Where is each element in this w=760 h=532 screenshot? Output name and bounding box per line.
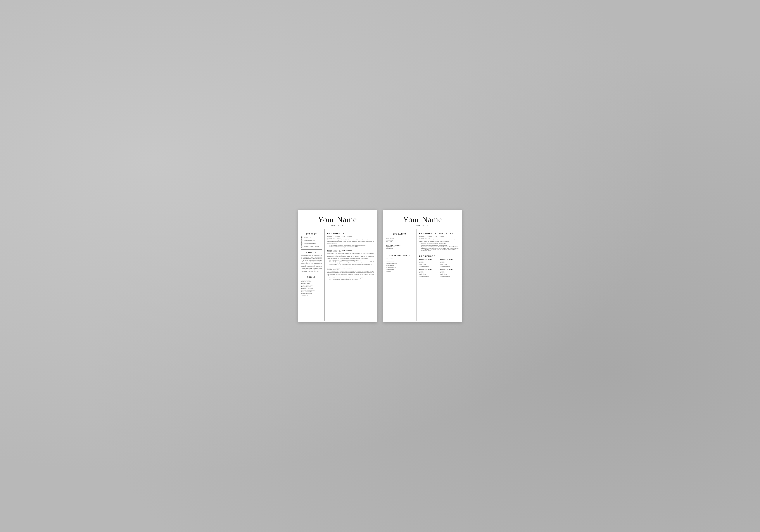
exp-continued-block: ENTER YOUR JOB POSITION HERE Company / 2… [419,236,459,251]
tech-skill-item: Microsoft Word [386,258,414,260]
job-block-2: ENTER YOUR JOB POSITION HERE Company LTD… [327,250,374,265]
job-bullets-1: Project managed all Sebco IT functions w… [327,245,374,247]
job-desc-3: Your CV should consist of simple words a… [327,270,374,277]
job-bullet: Don't forget to save the changes in this… [329,260,374,261]
page2-header: Your Name JOB TITLE [383,210,462,229]
contact-address-item: ⌂ My Street 8 T, London, M12 0NM [301,246,322,248]
contact-phone: +479 98 12 238 [304,237,311,238]
skill-item: Attention to Detail [301,279,322,281]
page2-name: Your Name [388,215,457,224]
divider-1 [301,249,322,250]
page-1: Your Name JOB TITLE CONTACT 📞 +479 98 12… [298,210,377,322]
ref-position-4: Position [440,270,459,272]
job-desc-2: If the company is not as established as … [327,253,374,259]
skill-item: Greeting Visitors Warmly [301,285,322,286]
skill-item: Screening Calls and Visitors [301,290,322,291]
ref-phone-3: 234 981 2238 [419,273,438,275]
tech-skill-item: Agile Software [386,269,414,270]
exp-cont-job-company: Company / 2007 - 2010 [419,238,459,239]
edu-years-2: 1997 — 2001 [386,249,414,251]
edu-course-1: IT (SERP) Course [386,238,414,239]
contact-email: your-email@gmail.com [304,240,315,241]
job-desc-1: This is where you briefly mention the fi… [327,239,374,244]
ref-company-4: Company [440,272,459,273]
ref-email-3: reference@mail.com [419,275,438,277]
skill-item: Proofreading Documents [301,288,322,289]
ref-company-3: Company [419,272,438,273]
ref-phone-2: 234 981 2238 [440,264,459,266]
edu-block-1: MASTER'S DEGREE, IT (SERP) Course Your U… [386,236,414,243]
job-bullet: Too much to written! Why not check your … [329,277,374,278]
skill-item: Controlling Expenses [301,281,322,282]
experience-heading: EXPERIENCE [327,232,374,235]
ref-position-2: Position [440,260,459,262]
linkedin-icon: in [301,242,303,245]
profile-text: This is where you give them a reason to … [301,255,322,272]
edu-block-2: BACHELOR'S DEGREE, I.T (SERP) Course You… [386,245,414,251]
contact-email-item: ✉ your-email@gmail.com [301,239,322,242]
job-bullet: Don't hesitate to delete the paragraphs … [329,279,374,280]
page2-right-col: EXPERIENCE CONTINUED ENTER YOUR JOB POSI… [416,229,462,320]
exp-cont-bullets: I managed the department with a £3,000,0… [419,243,459,251]
page1-body: CONTACT 📞 +479 98 12 238 ✉ your-email@gm… [298,229,377,320]
page2-body: EDUCATION MASTER'S DEGREE, IT (SERP) Cou… [383,229,462,320]
edu-uni-2: Your University [386,248,414,249]
ref-item-4: REFERENCE NAME Position Company 234 981 … [440,269,459,277]
exp-cont-bullet: I managed the department with a £3,000,0… [421,243,459,244]
job-company-2: Company LTD / 2014 — 2018 [327,251,374,252]
job-company-3: Company / 2008 — 2014 [327,269,374,270]
exp-continued-heading: EXPERIENCE CONTINUED [419,232,459,235]
tech-skill-item: Keynote [386,271,414,272]
ref-company-1: Company [419,262,438,264]
contact-address: My Street 8 T, London, M12 0NM [304,246,319,247]
page1-job-title: JOB TITLE [303,225,372,226]
exp-cont-bullet: Always send/or print resume only as PDF … [421,248,459,251]
skill-item: Managing Databases [301,286,322,287]
ref-name-4: REFERENCE NAME [440,269,459,270]
skill-item: Team Oriented [301,295,322,296]
page1-header: Your Name JOB TITLE [298,210,377,229]
job-title-1: ENTER YOUR JOB POSITION HERE [327,236,374,238]
tech-skill-item: Adobe Acrobat [386,265,414,266]
ref-phone-4: 234 981 2238 [440,273,459,275]
skill-item: Enhancing Quality [301,283,322,284]
ref-name-1: REFERENCE NAME [419,259,438,260]
tech-skills-list: Microsoft Word Microsoft Excel Microsoft… [386,258,414,272]
tech-skills-heading: TECHNICAL SKILLS [386,255,414,257]
divider-2 [301,274,322,274]
ref-position-3: Position [419,270,438,272]
ref-email-1: reference@mail.com [419,266,438,267]
tech-skill-item: Adobe Photoshop [386,267,414,268]
contact-heading: CONTACT [301,233,322,235]
job-bullet: Need an expert? You can always send us y… [329,264,374,265]
profile-heading: PROFILE [301,251,322,253]
education-heading: EDUCATION [386,233,414,235]
pages-container: Your Name JOB TITLE CONTACT 📞 +479 98 12… [298,210,462,322]
degree-2: BACHELOR'S DEGREE, [386,245,414,246]
job-title-2: ENTER YOUR JOB POSITION HERE [327,250,374,251]
email-icon: ✉ [301,239,303,242]
ref-item-2: REFERENCE NAME Position Company 234 981 … [440,259,459,267]
ref-name-2: REFERENCE NAME [440,259,459,260]
page1-name: Your Name [303,215,372,224]
page2-job-title: JOB TITLE [388,225,457,226]
ref-email-4: reference@mail.com [440,275,459,277]
skills-heading: SKILLS [301,276,322,278]
job-bullet: We created this template for easy editin… [329,261,374,264]
job-block-1: ENTER YOUR JOB POSITION HERE Company / 2… [327,236,374,247]
ref-name-3: REFERENCE NAME [419,269,438,270]
exp-cont-job-title: ENTER YOUR JOB POSITION HERE [419,236,459,238]
ref-item-1: REFERENCE NAME Position Company 234 981 … [419,259,438,267]
page2-left-col: EDUCATION MASTER'S DEGREE, IT (SERP) Cou… [383,229,416,320]
job-bullet: Restructured all webforms to regain opti… [329,246,374,247]
references-grid: REFERENCE NAME Position Company 234 981 … [419,259,459,277]
address-icon: ⌂ [301,246,303,248]
contact-linkedin: LinkedIn.com/in/Username [304,243,316,244]
page-2: Your Name JOB TITLE EDUCATION MASTER'S D… [383,210,462,322]
job-bullet: Project managed all Sebco IT functions w… [329,245,374,246]
exp-cont-desc: Use more short sentences. They make text… [419,239,459,242]
edu-uni-1: Your University [386,239,414,241]
ref-company-2: Company [440,262,459,264]
divider-4 [419,253,459,253]
contact-phone-item: 📞 +479 98 12 238 [301,236,322,238]
